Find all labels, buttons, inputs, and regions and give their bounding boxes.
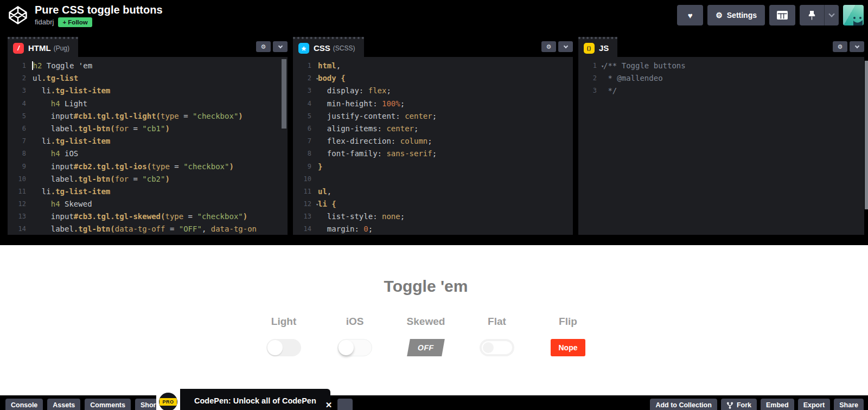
fold-arrow-icon[interactable]: ▾ (316, 73, 318, 85)
code-line[interactable]: 11ul, (293, 185, 573, 198)
toggle-skewed[interactable]: OFF (407, 339, 445, 356)
chevron-down-icon (828, 11, 834, 17)
pro-circle: PRO (159, 393, 177, 410)
fold-arrow-icon[interactable]: ▾ (601, 60, 604, 73)
code-line[interactable]: 13 input#cb3.tgl.tgl-skewed(type = "chec… (8, 210, 288, 223)
line-number: 4 (293, 98, 314, 110)
toggle-label: Flip (533, 316, 604, 328)
js-code-editor[interactable]: 1▾/** Toggle buttons2 * @mallendeo3 */ (578, 57, 864, 235)
editor-scrollbar-thumb[interactable] (282, 59, 286, 129)
code-text: input#cb3.tgl.tgl-skewed(type = "checkbo… (33, 210, 247, 223)
code-line[interactable]: 10 (293, 173, 573, 185)
code-line[interactable]: 2▾body { (293, 72, 573, 85)
code-line[interactable]: 14 margin: 0; (293, 223, 573, 235)
code-line[interactable]: 12 h4 Skewed (8, 198, 288, 210)
codepen-logo-icon[interactable] (8, 5, 28, 25)
code-line[interactable]: 9} (293, 161, 573, 173)
css-collapse-button[interactable] (558, 41, 573, 52)
tab-js[interactable]: () JS (578, 37, 617, 57)
code-line[interactable]: 3 display: flex; (293, 85, 573, 97)
line-number: 10 (8, 173, 28, 185)
code-line[interactable]: 8 h4 iOS (8, 148, 288, 160)
code-line[interactable]: 5 input#cb1.tgl.tgl-light(type = "checkb… (8, 110, 288, 123)
line-number: 11 (8, 185, 28, 198)
footer-button-console[interactable]: Console (5, 399, 43, 410)
js-settings-button[interactable]: ⚙ (833, 41, 847, 52)
code-line[interactable]: 10 label.tgl-btn(for = "cb2") (8, 173, 288, 185)
code-line[interactable]: 14 label.tgl-btn(data-tg-off = "OFF", da… (8, 223, 288, 235)
code-line[interactable]: 4 min-height: 100%; (293, 98, 573, 110)
preview-heading: Toggle 'em (0, 277, 852, 296)
line-number: 14 (8, 223, 28, 235)
tab-css-label: CSS (314, 43, 330, 53)
html-collapse-button[interactable] (273, 41, 288, 52)
code-line[interactable]: 7 flex-direction: column; (293, 135, 573, 148)
pro-banner[interactable]: PRO CodePen: Unlock all of CodePen (156, 389, 330, 410)
page-scrollbar-thumb[interactable] (865, 61, 868, 209)
footer-button-embed[interactable]: Embed (761, 399, 794, 410)
html-code-editor[interactable]: 1h2 Toggle 'em2ul.tg-list3 li.tg-list-it… (8, 57, 288, 235)
code-text: margin: 0; (318, 223, 373, 235)
line-number: 2 (8, 72, 28, 85)
settings-button[interactable]: ⚙ Settings (707, 5, 765, 25)
code-line[interactable]: 2 * @mallendeo (578, 72, 864, 85)
pin-dropdown-button[interactable] (825, 5, 839, 25)
code-line[interactable]: 1▾/** Toggle buttons (578, 60, 864, 72)
footer-button-comments[interactable]: Comments (85, 399, 131, 410)
code-line[interactable]: 13 list-style: none; (293, 210, 573, 223)
code-text: label.tgl-btn(for = "cb1") (33, 123, 170, 135)
toggle-flip[interactable]: Nope (551, 339, 585, 356)
toggle-light[interactable] (266, 339, 301, 356)
line-number: 1 (578, 60, 599, 72)
code-text: h2 Toggle 'em (33, 60, 92, 72)
layout-button[interactable] (769, 5, 795, 25)
code-text: font-family: sans-serif; (318, 148, 437, 160)
line-number: 6 (293, 123, 314, 135)
code-text: ul, (318, 185, 331, 198)
banner-close-button[interactable]: ✕ (322, 399, 335, 410)
js-collapse-button[interactable] (850, 41, 864, 52)
footer-button-fork[interactable]: Fork (721, 399, 757, 410)
like-button[interactable]: ♥ (677, 5, 703, 25)
code-text: li.tg-list-item (33, 85, 110, 97)
line-number: 5 (293, 110, 314, 123)
toggle-ios[interactable] (337, 339, 372, 356)
footer-button-share[interactable]: Share (834, 399, 864, 410)
css-tab-icon: * (298, 43, 309, 54)
footer-button-assets[interactable]: Assets (47, 399, 80, 410)
code-line[interactable]: 4 h4 Light (8, 98, 288, 110)
code-line[interactable]: 8 font-family: sans-serif; (293, 148, 573, 160)
code-line[interactable]: 12▾li { (293, 198, 573, 210)
code-text: label.tgl-btn(for = "cb2") (33, 173, 170, 185)
tab-html[interactable]: / HTML (Pug) (8, 37, 78, 57)
code-text: ul.tg-list (33, 72, 78, 85)
line-number: 10 (293, 173, 314, 185)
css-code-editor[interactable]: 1html,2▾body {3 display: flex;4 min-heig… (293, 57, 573, 235)
fold-arrow-icon[interactable]: ▾ (316, 198, 318, 211)
code-line[interactable]: 7 li.tg-list-item (8, 135, 288, 148)
pen-author[interactable]: fidabrj (35, 18, 54, 26)
code-line[interactable]: 6 label.tgl-btn(for = "cb1") (8, 123, 288, 135)
code-line[interactable]: 2ul.tg-list (8, 72, 288, 85)
code-line[interactable]: 9 input#cb2.tgl.tgl-ios(type = "checkbox… (8, 161, 288, 173)
hidden-button[interactable] (337, 399, 353, 410)
user-avatar[interactable] (843, 5, 864, 25)
code-text: list-style: none; (318, 210, 405, 223)
toggle-flat[interactable] (480, 339, 514, 356)
follow-button[interactable]: + Follow (58, 17, 92, 27)
result-preview: Toggle 'em LightiOSSkewedOFFFlatFlipNope (0, 245, 868, 395)
code-line[interactable]: 5 justify-content: center; (293, 110, 573, 123)
code-line[interactable]: 6 align-items: center; (293, 123, 573, 135)
code-line[interactable]: 3 */ (578, 85, 864, 97)
code-line[interactable]: 3 li.tg-list-item (8, 85, 288, 97)
footer-button-export[interactable]: Export (798, 399, 831, 410)
pin-button[interactable] (800, 5, 825, 25)
code-line[interactable]: 1html, (293, 60, 573, 72)
html-settings-button[interactable]: ⚙ (256, 41, 271, 52)
code-line[interactable]: 11 li.tg-list-item (8, 185, 288, 198)
tab-css[interactable]: * CSS (SCSS) (293, 37, 364, 57)
code-text: li.tg-list-item (33, 185, 110, 198)
code-line[interactable]: 1h2 Toggle 'em (8, 60, 288, 72)
css-settings-button[interactable]: ⚙ (541, 41, 556, 52)
footer-button-add-to-collection[interactable]: Add to Collection (650, 399, 717, 410)
